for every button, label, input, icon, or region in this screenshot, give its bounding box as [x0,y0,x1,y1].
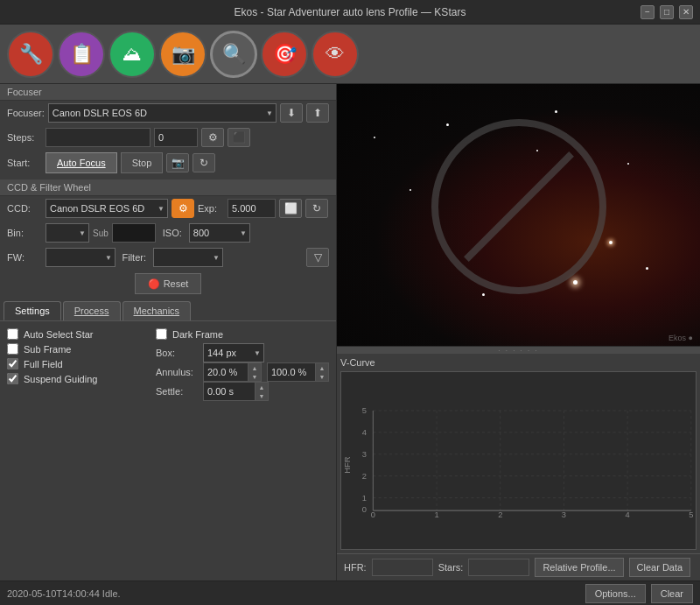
wrench-toolbar-btn[interactable]: 🔧 [7,31,54,78]
full-field-row[interactable]: Full Field [7,356,149,371]
dark-frame-row[interactable]: Dark Frame [156,327,329,341]
suspend-guiding-label: Suspend Guiding [24,374,97,384]
star [646,267,648,270]
suspend-guiding-row[interactable]: Suspend Guiding [7,371,149,386]
close-btn[interactable]: ✕ [679,5,693,19]
exp-input[interactable]: 5.000 [228,199,276,218]
bin-x-select[interactable] [46,223,89,243]
bin-label: Bin: [7,228,42,238]
tab-settings[interactable]: Settings [4,301,61,320]
guide-toolbar-btn[interactable]: 👁 [312,31,359,78]
suspend-guiding-checkbox[interactable] [7,373,18,384]
steps-label: Steps: [7,132,42,143]
hfr-label: HFR: [344,562,367,573]
right-panel: Ekos ● · · · · · · V-Curve [337,84,700,580]
image-bg: Ekos ● [337,84,700,346]
tab-mechanics[interactable]: Mechanics [122,301,192,320]
auto-focus-button[interactable]: Auto Focus [46,152,117,173]
steps-settings-btn[interactable]: ⚙ [201,128,224,147]
steps-row: Steps: 0 ⚙ ⬛ [0,125,336,150]
ccd-section-header: CCD & Filter Wheel [0,179,336,196]
drag-handle[interactable]: · · · · · · [337,347,700,354]
maximize-btn[interactable]: □ [660,5,674,19]
full-field-label: Full Field [24,359,63,369]
clear-data-button[interactable]: Clear Data [629,558,691,577]
bin-iso-row: Bin: Sub ISO: 800 [0,221,336,245]
filter-funnel-btn[interactable]: ▽ [306,248,329,267]
ccd-select[interactable]: Canon DSLR EOS 6D [46,199,168,218]
focus-camera-btn[interactable]: 📷 [166,153,189,172]
focus-toolbar-btn[interactable]: 🔍 [210,31,257,78]
hfr-input [372,559,433,576]
star [482,293,485,296]
titlebar: Ekos - Star Adventurer auto lens Profile… [0,0,700,25]
align-toolbar-btn[interactable]: 🎯 [261,31,308,78]
star [555,110,557,113]
full-field-checkbox[interactable] [7,358,18,369]
focus-loop-btn[interactable]: ↻ [192,153,215,172]
focuser-download-btn[interactable]: ⬇ [280,103,303,123]
star [374,137,375,138]
svg-text:0: 0 [371,510,375,519]
iso-select[interactable]: 800 [189,223,250,243]
filter-select[interactable] [153,248,223,267]
start-label: Start: [7,158,42,168]
toolbar: 🔧 📋 ⛰ 📷 🔍 🎯 👁 [0,25,700,84]
sub-input[interactable] [112,223,156,243]
tab-process[interactable]: Process [63,301,121,320]
sub-frame-row[interactable]: Sub Frame [7,341,149,356]
annulus-row: Annulus: ▲ ▼ ▲ ▼ [156,362,329,382]
image-credit: Ekos ● [668,334,693,342]
relative-profile-button[interactable]: Relative Profile... [535,558,623,577]
box-select[interactable]: 144 px [203,343,264,362]
star [627,163,629,165]
annulus-label: Annulus: [156,367,200,377]
focuser-section-header: Focuser [0,84,336,101]
mount-toolbar-btn[interactable]: ⛰ [108,31,156,78]
fw-filter-row: FW: Filter: ▽ [0,245,336,270]
exp-fullframe-btn[interactable]: ⬜ [279,199,302,218]
image-area: Ekos ● [337,84,700,347]
svg-text:2: 2 [498,510,502,519]
main-content: Focuser Focuser: Canon DSLR EOS 6D ⬇ ⬆ S… [0,84,700,580]
svg-text:1: 1 [362,494,367,503]
settings-panel: Auto Select Star Sub Frame Full Field Su… [0,321,336,406]
annulus-min-input[interactable] [203,362,248,382]
stars-input [468,559,529,576]
settle-input[interactable] [203,382,256,401]
options-button[interactable]: Options... [585,584,646,603]
camera-toolbar-btn[interactable]: 📷 [159,31,206,78]
reset-button[interactable]: 🔴 Reset [135,273,202,294]
exp-loop-btn[interactable]: ↻ [305,199,328,218]
vcurve-svg: 5 4 3 2 1 0 0 1 2 3 4 5 HFR [341,372,696,549]
stars-label: Stars: [438,562,464,573]
focuser-select[interactable]: Canon DSLR EOS 6D [48,103,276,123]
steps-progress [46,128,150,147]
annulus-min-up[interactable]: ▲ [248,363,261,372]
auto-select-star-checkbox[interactable] [7,328,18,340]
sub-frame-checkbox[interactable] [7,343,18,355]
exp-label: Exp: [198,203,224,214]
steps-stop-btn[interactable]: ⬛ [228,128,250,147]
annulus-max-down[interactable]: ▼ [316,372,328,381]
clear-button[interactable]: Clear [651,584,693,603]
star [446,123,449,126]
ccd-settings-btn[interactable]: ⚙ [172,199,194,218]
settle-row: Settle: ▲ ▼ [156,382,329,401]
dark-frame-checkbox[interactable] [156,328,167,340]
minimize-btn[interactable]: − [640,5,654,19]
auto-select-star-row[interactable]: Auto Select Star [7,327,149,341]
annulus-max-up[interactable]: ▲ [316,363,328,372]
stop-button[interactable]: Stop [121,152,164,173]
svg-text:5: 5 [362,406,367,415]
annulus-min-down[interactable]: ▼ [248,372,261,381]
steps-input[interactable]: 0 [154,128,198,147]
svg-text:4: 4 [626,510,630,519]
focuser-up-btn[interactable]: ⬆ [306,103,329,123]
scheduler-toolbar-btn[interactable]: 📋 [58,31,105,78]
settle-down[interactable]: ▼ [256,391,268,400]
fw-select[interactable] [46,248,116,267]
annulus-max-input[interactable] [267,362,316,382]
reset-icon: 🔴 [148,278,160,290]
settle-up[interactable]: ▲ [256,383,268,391]
